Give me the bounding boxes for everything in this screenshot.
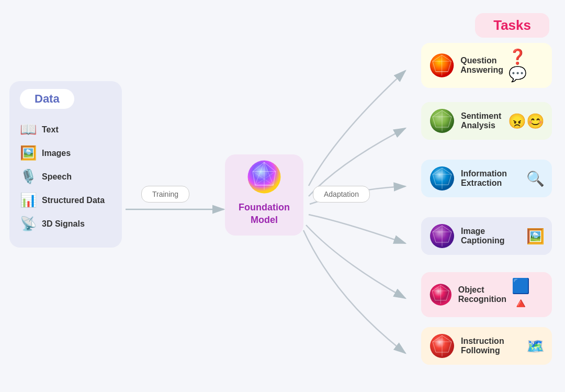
sa-globe-icon [428, 107, 456, 135]
qa-globe-icon [428, 52, 455, 79]
tasks-title: Tasks [493, 17, 531, 33]
if-label: InstructionFollowing [461, 337, 521, 355]
3d-icon: 📡 [19, 216, 38, 232]
ie-label: InformationExtraction [461, 169, 521, 188]
task-card-sa: SentimentAnalysis 😠😊 [421, 102, 552, 140]
or-label: ObjectRecognition [458, 285, 506, 304]
task-card-or: ObjectRecognition 🟦🔺 [421, 272, 552, 317]
data-panel: Data 📖 Text 🖼️ Images 🎙️ Speech 📊 Struct… [9, 81, 122, 248]
foundation-model-box: FoundationModel [225, 154, 303, 236]
adaptation-label: Adaptation [313, 186, 370, 203]
if-globe-icon [428, 332, 456, 360]
foundation-model-title: FoundationModel [239, 201, 290, 226]
ie-emoji: 🔍 [526, 170, 545, 187]
sa-label: SentimentAnalysis [461, 111, 503, 130]
ic-label: ImageCaptioning [461, 227, 521, 245]
sa-emoji: 😠😊 [508, 113, 545, 130]
or-globe-icon [428, 281, 453, 308]
data-item-structured: 📊 Structured Data [15, 190, 117, 210]
training-label: Training [141, 186, 189, 203]
data-title: Data [35, 92, 60, 105]
or-emoji: 🟦🔺 [512, 277, 545, 312]
ie-globe-icon [428, 165, 456, 192]
tasks-title-box: Tasks [475, 13, 549, 38]
speech-icon: 🎙️ [19, 169, 38, 185]
structured-icon: 📊 [19, 192, 38, 208]
ic-emoji: 🖼️ [526, 228, 545, 245]
task-card-ic: ImageCaptioning 🖼️ [421, 217, 552, 255]
data-item-speech: 🎙️ Speech [15, 166, 117, 187]
qa-emoji: ❓💬 [508, 48, 545, 83]
task-card-if: InstructionFollowing 🗺️ [421, 327, 552, 365]
if-emoji: 🗺️ [526, 338, 545, 355]
task-card-qa: QuestionAnswering ❓💬 [421, 43, 552, 88]
ic-globe-icon [428, 222, 456, 250]
task-card-ie: InformationExtraction 🔍 [421, 160, 552, 197]
data-item-images: 🖼️ Images [15, 143, 117, 163]
qa-label: QuestionAnswering [460, 56, 503, 75]
data-title-box: Data [20, 89, 74, 109]
data-item-text: 📖 Text [15, 119, 117, 140]
images-icon: 🖼️ [19, 145, 38, 161]
text-icon: 📖 [19, 121, 38, 138]
data-item-3d: 📡 3D Signals [15, 214, 117, 234]
